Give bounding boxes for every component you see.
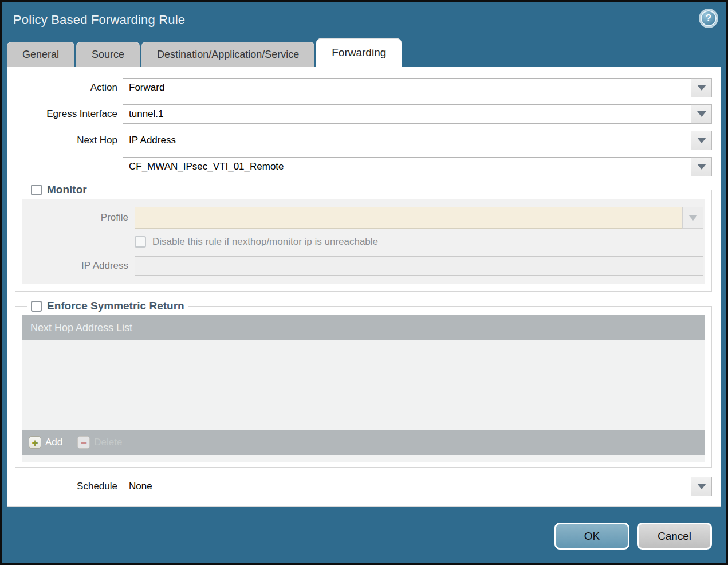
tab-forwarding[interactable]: Forwarding bbox=[316, 38, 402, 67]
enforce-symmetric-return-group: Enforce Symmetric Return Next Hop Addres… bbox=[15, 300, 712, 468]
monitor-ip-label: IP Address bbox=[22, 260, 135, 272]
add-icon: + bbox=[29, 436, 41, 449]
monitor-profile-row: Profile bbox=[22, 207, 705, 229]
next-hop-address-dropdown-button[interactable] bbox=[691, 157, 712, 176]
dialog-title: Policy Based Forwarding Rule bbox=[13, 13, 185, 28]
next-hop-address-row: CF_MWAN_IPsec_VTI_01_Remote bbox=[7, 157, 712, 176]
schedule-value[interactable]: None bbox=[123, 477, 691, 496]
monitor-checkbox[interactable] bbox=[31, 185, 42, 195]
disable-rule-row: Disable this rule if nexthop/monitor ip … bbox=[135, 236, 705, 248]
table-header: Next Hop Address List bbox=[22, 315, 705, 340]
add-button-label: Add bbox=[45, 437, 62, 448]
chevron-down-icon bbox=[697, 164, 706, 170]
cancel-button[interactable]: Cancel bbox=[637, 523, 712, 550]
action-label: Action bbox=[7, 82, 123, 93]
delete-button: − Delete bbox=[77, 436, 122, 449]
profile-dropdown-button bbox=[682, 207, 703, 229]
profile-value bbox=[135, 207, 682, 229]
egress-interface-dropdown-button[interactable] bbox=[691, 104, 712, 124]
next-hop-type-dropdown-button[interactable] bbox=[691, 131, 712, 150]
chevron-down-icon bbox=[697, 138, 706, 143]
enforce-symmetric-return-checkbox[interactable] bbox=[31, 301, 42, 312]
schedule-dropdown-button[interactable] bbox=[691, 477, 712, 496]
policy-based-forwarding-dialog: Policy Based Forwarding Rule ? General S… bbox=[0, 0, 728, 565]
forwarding-tab-panel: Action Forward Egress Interface tunnel.1… bbox=[7, 67, 721, 507]
monitor-group-label: Monitor bbox=[47, 183, 87, 196]
enforce-legend: Enforce Symmetric Return bbox=[27, 300, 188, 312]
egress-interface-label: Egress Interface bbox=[7, 108, 123, 120]
tab-source[interactable]: Source bbox=[76, 42, 140, 67]
monitor-group: Monitor Profile Disable this rule if nex… bbox=[15, 183, 712, 292]
schedule-label: Schedule bbox=[7, 481, 123, 492]
tab-general[interactable]: General bbox=[7, 42, 74, 67]
add-button[interactable]: + Add bbox=[29, 436, 62, 449]
next-hop-address-select[interactable]: CF_MWAN_IPsec_VTI_01_Remote bbox=[123, 157, 712, 176]
table-bottom-strip bbox=[22, 455, 705, 462]
chevron-down-icon bbox=[697, 85, 706, 91]
disable-rule-label: Disable this rule if nexthop/monitor ip … bbox=[152, 236, 378, 248]
action-dropdown-button[interactable] bbox=[691, 78, 712, 97]
help-icon[interactable]: ? bbox=[701, 10, 717, 26]
chevron-down-icon bbox=[688, 215, 698, 221]
egress-interface-row: Egress Interface tunnel.1 bbox=[7, 104, 712, 124]
table-toolbar: + Add − Delete bbox=[22, 430, 705, 455]
delete-icon: − bbox=[77, 436, 90, 449]
next-hop-address-table: Next Hop Address List + Add − Delete bbox=[22, 315, 705, 462]
next-hop-address-list-column-header: Next Hop Address List bbox=[30, 322, 132, 334]
monitor-ip-input bbox=[135, 256, 703, 276]
chevron-down-icon bbox=[697, 111, 706, 117]
tab-destination-application-service[interactable]: Destination/Application/Service bbox=[141, 42, 314, 67]
table-body-empty[interactable] bbox=[22, 340, 705, 430]
action-value[interactable]: Forward bbox=[123, 78, 691, 97]
schedule-select[interactable]: None bbox=[123, 477, 712, 496]
dialog-footer: OK Cancel bbox=[2, 507, 726, 563]
next-hop-type-select[interactable]: IP Address bbox=[123, 131, 712, 150]
profile-label: Profile bbox=[22, 212, 135, 223]
title-bar: Policy Based Forwarding Rule bbox=[2, 2, 726, 38]
monitor-legend: Monitor bbox=[27, 183, 91, 196]
next-hop-label: Next Hop bbox=[7, 135, 123, 146]
delete-button-label: Delete bbox=[94, 437, 122, 448]
ok-button[interactable]: OK bbox=[554, 523, 629, 550]
next-hop-type-value[interactable]: IP Address bbox=[123, 131, 691, 150]
next-hop-row: Next Hop IP Address bbox=[7, 131, 712, 150]
tab-bar: General Source Destination/Application/S… bbox=[2, 38, 726, 67]
monitor-panel: Profile Disable this rule if nexthop/mon… bbox=[22, 199, 705, 284]
action-row: Action Forward bbox=[7, 78, 712, 97]
monitor-ip-row: IP Address bbox=[22, 256, 705, 276]
disable-rule-checkbox bbox=[135, 236, 146, 248]
enforce-group-label: Enforce Symmetric Return bbox=[47, 300, 184, 312]
egress-interface-value[interactable]: tunnel.1 bbox=[123, 104, 691, 124]
profile-select-disabled bbox=[135, 207, 703, 229]
action-select[interactable]: Forward bbox=[123, 78, 712, 97]
egress-interface-select[interactable]: tunnel.1 bbox=[123, 104, 712, 124]
next-hop-address-value[interactable]: CF_MWAN_IPsec_VTI_01_Remote bbox=[123, 157, 691, 176]
schedule-row: Schedule None bbox=[7, 477, 712, 496]
chevron-down-icon bbox=[697, 484, 706, 489]
